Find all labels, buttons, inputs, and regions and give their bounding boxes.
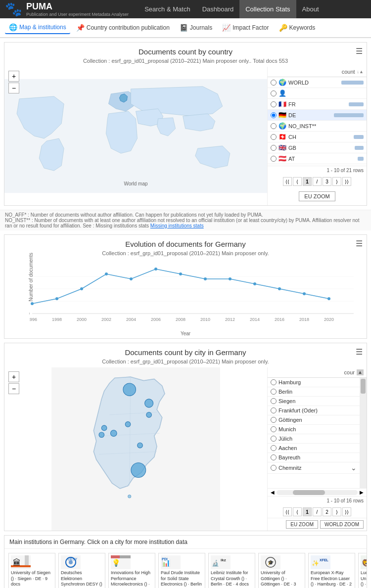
country-row[interactable]: 🇬🇧 GB: [268, 142, 367, 153]
subnav-keywords[interactable]: 🔑 Keywords: [275, 22, 320, 34]
germany-zoom-controls: + −: [8, 371, 19, 394]
institution-card-gottingen[interactable]: 🎓 University of Göttingen () · Göttingen…: [258, 553, 305, 588]
germany-eu-zoom-btn[interactable]: EU ZOOM: [286, 520, 318, 529]
city-row-gottingen[interactable]: Göttingen: [268, 415, 360, 425]
city-radio-chemnitz[interactable]: [271, 465, 277, 471]
city-pg-prev-btn[interactable]: ⟨: [293, 507, 302, 516]
country-pagination: 1 - 10 of 21 rows: [268, 166, 367, 175]
svg-point-12: [154, 268, 157, 271]
country-list-panel: count ↓▲ 🌍 WORLD 👤: [268, 67, 367, 205]
subnav-journals[interactable]: 📓 Journals: [176, 22, 216, 34]
country-radio-at[interactable]: [271, 156, 277, 162]
city-row-frankfurt-oder[interactable]: Frankfurt (Oder): [268, 406, 360, 415]
nav-search-match[interactable]: Search & Match: [139, 0, 196, 18]
institution-logo: ✨ XFEL: [311, 555, 330, 569]
country-bar: [354, 135, 364, 139]
nav-about[interactable]: About: [296, 0, 325, 18]
vertical-scrollbar[interactable]: [360, 378, 367, 488]
sort-icon[interactable]: ↓▲: [357, 69, 364, 74]
country-row[interactable]: 🇦🇹 AT: [268, 153, 367, 164]
missing-institutions-link[interactable]: Missing institutions stats: [150, 223, 204, 228]
city-row-siegen[interactable]: Siegen: [268, 397, 360, 406]
world-map-menu-icon[interactable]: ☰: [356, 46, 363, 56]
institution-card-siegen[interactable]: 🏛 University of Siegen () · Siegen · DE …: [8, 553, 55, 588]
city-row-munich[interactable]: Munich: [268, 425, 360, 434]
city-radio-bayreuth[interactable]: [271, 454, 277, 460]
scrollbar-track[interactable]: [277, 490, 358, 495]
city-row-aachen[interactable]: Aachen: [268, 444, 360, 453]
scrollbar-up-icon[interactable]: ▲: [357, 369, 364, 375]
city-pg-next-btn[interactable]: ⟩: [332, 507, 341, 516]
institution-card-lmu[interactable]: 🦁 LMU Ludwig Maximilian University of Mu…: [358, 553, 367, 588]
svg-text:2020: 2020: [324, 317, 334, 322]
germany-zoom-in-btn[interactable]: +: [8, 371, 19, 382]
country-row[interactable]: 🇨🇭 CH: [268, 132, 367, 142]
city-row-julich[interactable]: Jülich: [268, 434, 360, 444]
eu-zoom-button[interactable]: EU ZOOM: [299, 191, 335, 201]
city-radio-gottingen[interactable]: [271, 417, 277, 423]
scrollbar-thumb[interactable]: [361, 379, 366, 394]
evolution-chart-title: Evolution of documents for Germany: [4, 235, 367, 250]
country-radio-noinst[interactable]: [271, 123, 277, 129]
institution-card-xfel[interactable]: ✨ XFEL European X-Ray Free Electron Lase…: [308, 553, 355, 588]
journal-icon: 📓: [180, 24, 188, 32]
city-pg-current-btn[interactable]: 1: [303, 507, 312, 516]
city-radio-julich[interactable]: [271, 436, 277, 442]
pg-prev-btn[interactable]: ⟨: [293, 177, 302, 186]
scrollbar-thumb[interactable]: [293, 490, 325, 495]
country-radio-gb[interactable]: [271, 145, 277, 151]
zoom-out-button[interactable]: −: [8, 83, 19, 93]
nav-collection-stats[interactable]: Collection Stats: [239, 0, 296, 18]
city-radio-aachen[interactable]: [271, 445, 277, 451]
city-radio-munich[interactable]: [271, 426, 277, 432]
pg-next-btn[interactable]: ⟩: [332, 177, 341, 186]
subnav-impact-factor[interactable]: 📈 Impact Factor: [218, 22, 273, 34]
country-row[interactable]: 🇫🇷 FR: [268, 99, 367, 110]
country-row[interactable]: 🌍 WORLD: [268, 77, 367, 88]
country-radio-de[interactable]: [271, 112, 277, 118]
pg-first-btn[interactable]: ⟨⟨: [283, 177, 292, 186]
zoom-in-button[interactable]: +: [8, 71, 19, 82]
country-bar: [355, 146, 364, 150]
city-list-header: cour ▲: [268, 367, 367, 378]
city-radio-hamburg[interactable]: [271, 379, 277, 385]
country-radio-ch[interactable]: [271, 134, 277, 140]
country-radio-user[interactable]: [271, 90, 277, 96]
germany-zoom-out-btn[interactable]: −: [8, 383, 19, 394]
scroll-right-btn[interactable]: ▶: [360, 490, 364, 495]
city-pg-first-btn[interactable]: ⟨⟨: [283, 507, 292, 516]
svg-point-46: [138, 443, 143, 448]
germany-world-zoom-btn[interactable]: WORLD ZOOM: [320, 520, 364, 529]
city-row-berlin[interactable]: Berlin: [268, 387, 360, 397]
city-radio-siegen[interactable]: [271, 398, 277, 404]
country-row[interactable]: 🌍 NO_INST**: [268, 121, 367, 132]
city-radio-frankfurt-oder[interactable]: [271, 407, 277, 413]
institution-card-pdi[interactable]: 📊 PDI Paul Drude Institute for Solid Sta…: [158, 553, 205, 588]
germany-map-menu-icon[interactable]: ☰: [356, 347, 363, 357]
scroll-left-btn[interactable]: ◀: [271, 490, 275, 495]
city-radio-berlin[interactable]: [271, 389, 277, 395]
svg-point-7: [31, 302, 34, 305]
institution-card-ihp[interactable]: 💡 Innovations for High Performance Micro…: [108, 553, 155, 588]
subnav-map-institutions[interactable]: 🌐 Map & institutions: [5, 21, 70, 34]
country-radio-fr[interactable]: [271, 101, 277, 107]
country-radio-world[interactable]: [271, 80, 277, 86]
city-pg-last-btn[interactable]: ⟩⟩: [342, 507, 351, 516]
svg-text:2006: 2006: [151, 317, 161, 322]
germany-map-area: + −: [4, 367, 268, 531]
nav-dashboard[interactable]: Dashboard: [196, 0, 240, 18]
germany-svg: [4, 367, 267, 531]
country-row[interactable]: 👤: [268, 88, 367, 99]
institution-card-ikz[interactable]: 🔬 ikz Leibniz Institute for Crystal Grow…: [208, 553, 255, 588]
chart-menu-icon[interactable]: ☰: [356, 239, 363, 248]
city-row-chemnitz[interactable]: Chemnitz ⌄: [268, 462, 360, 474]
city-row-hamburg[interactable]: Hamburg: [268, 378, 360, 387]
city-row-bayreuth[interactable]: Bayreuth: [268, 453, 360, 462]
pg-last-btn[interactable]: ⟩⟩: [342, 177, 351, 186]
institution-logo: 🎓: [261, 555, 280, 569]
subnav-country-contribution[interactable]: 📌 Country contribution publication: [72, 22, 174, 34]
pg-current-btn[interactable]: 1: [303, 177, 312, 186]
institution-card-desy[interactable]: DESY Deutsches Elektronen Synchrotron DE…: [58, 553, 105, 588]
country-row-de[interactable]: 🇩🇪 DE: [268, 110, 367, 121]
svg-text:2012: 2012: [225, 317, 235, 322]
